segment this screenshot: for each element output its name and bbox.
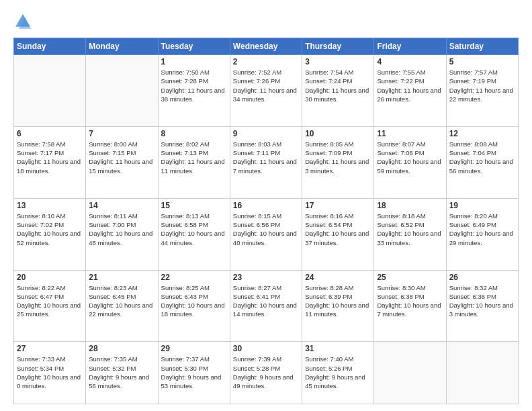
day-number: 11 bbox=[377, 129, 443, 138]
calendar-week-3: 13Sunrise: 8:10 AM Sunset: 7:02 PM Dayli… bbox=[14, 198, 519, 270]
header bbox=[13, 12, 519, 31]
calendar-cell: 12Sunrise: 8:08 AM Sunset: 7:04 PM Dayli… bbox=[446, 126, 518, 198]
day-info: Sunrise: 7:58 AM Sunset: 7:17 PM Dayligh… bbox=[17, 140, 83, 175]
day-number: 30 bbox=[233, 344, 299, 353]
calendar-cell: 15Sunrise: 8:13 AM Sunset: 6:58 PM Dayli… bbox=[158, 198, 230, 270]
day-info: Sunrise: 7:50 AM Sunset: 7:28 PM Dayligh… bbox=[161, 68, 227, 103]
day-number: 7 bbox=[89, 129, 154, 138]
day-number: 24 bbox=[305, 273, 371, 282]
day-number: 1 bbox=[161, 57, 227, 66]
calendar-cell: 25Sunrise: 8:30 AM Sunset: 6:38 PM Dayli… bbox=[374, 270, 446, 342]
calendar-cell: 2Sunrise: 7:52 AM Sunset: 7:26 PM Daylig… bbox=[230, 55, 302, 127]
calendar-cell: 23Sunrise: 8:27 AM Sunset: 6:41 PM Dayli… bbox=[230, 270, 302, 342]
day-header-wednesday: Wednesday bbox=[230, 38, 302, 55]
calendar-cell: 17Sunrise: 8:16 AM Sunset: 6:54 PM Dayli… bbox=[302, 198, 374, 270]
calendar-cell: 9Sunrise: 8:03 AM Sunset: 7:11 PM Daylig… bbox=[230, 126, 302, 198]
day-number: 19 bbox=[449, 201, 515, 210]
day-number: 5 bbox=[449, 57, 515, 66]
day-info: Sunrise: 8:28 AM Sunset: 6:39 PM Dayligh… bbox=[305, 283, 371, 319]
day-number: 22 bbox=[161, 273, 227, 282]
day-info: Sunrise: 8:05 AM Sunset: 7:09 PM Dayligh… bbox=[305, 140, 371, 175]
day-number: 17 bbox=[305, 201, 371, 210]
calendar-cell: 10Sunrise: 8:05 AM Sunset: 7:09 PM Dayli… bbox=[302, 126, 374, 198]
day-header-sunday: Sunday bbox=[14, 38, 86, 55]
day-number: 14 bbox=[89, 201, 154, 210]
day-number: 31 bbox=[305, 344, 371, 353]
calendar-cell: 29Sunrise: 7:37 AM Sunset: 5:30 PM Dayli… bbox=[158, 342, 230, 404]
day-info: Sunrise: 8:11 AM Sunset: 7:00 PM Dayligh… bbox=[89, 212, 154, 247]
day-header-thursday: Thursday bbox=[302, 38, 374, 55]
day-number: 23 bbox=[233, 273, 299, 282]
calendar-header-row: SundayMondayTuesdayWednesdayThursdayFrid… bbox=[14, 38, 519, 55]
logo-icon bbox=[13, 12, 32, 31]
calendar-cell: 20Sunrise: 8:22 AM Sunset: 6:47 PM Dayli… bbox=[14, 270, 86, 342]
calendar-cell bbox=[86, 55, 158, 127]
day-number: 15 bbox=[161, 201, 227, 210]
day-number: 4 bbox=[377, 57, 443, 66]
day-info: Sunrise: 7:57 AM Sunset: 7:19 PM Dayligh… bbox=[449, 68, 515, 103]
day-number: 27 bbox=[17, 344, 83, 353]
day-number: 13 bbox=[17, 201, 83, 210]
calendar-cell: 24Sunrise: 8:28 AM Sunset: 6:39 PM Dayli… bbox=[302, 270, 374, 342]
calendar-cell bbox=[446, 342, 518, 404]
day-info: Sunrise: 8:15 AM Sunset: 6:56 PM Dayligh… bbox=[233, 212, 299, 247]
day-info: Sunrise: 7:35 AM Sunset: 5:32 PM Dayligh… bbox=[89, 355, 154, 390]
day-number: 29 bbox=[161, 344, 227, 353]
calendar-cell: 30Sunrise: 7:39 AM Sunset: 5:28 PM Dayli… bbox=[230, 342, 302, 404]
day-info: Sunrise: 8:16 AM Sunset: 6:54 PM Dayligh… bbox=[305, 212, 371, 247]
page: SundayMondayTuesdayWednesdayThursdayFrid… bbox=[0, 0, 532, 411]
day-header-saturday: Saturday bbox=[446, 38, 518, 55]
day-info: Sunrise: 7:39 AM Sunset: 5:28 PM Dayligh… bbox=[233, 355, 299, 390]
day-header-monday: Monday bbox=[86, 38, 158, 55]
day-number: 21 bbox=[89, 273, 154, 282]
day-header-tuesday: Tuesday bbox=[158, 38, 230, 55]
day-info: Sunrise: 8:07 AM Sunset: 7:06 PM Dayligh… bbox=[377, 140, 443, 175]
logo bbox=[13, 12, 35, 31]
day-info: Sunrise: 7:33 AM Sunset: 5:34 PM Dayligh… bbox=[17, 355, 83, 390]
day-info: Sunrise: 8:18 AM Sunset: 6:52 PM Dayligh… bbox=[377, 212, 443, 247]
calendar-cell: 18Sunrise: 8:18 AM Sunset: 6:52 PM Dayli… bbox=[374, 198, 446, 270]
day-number: 25 bbox=[377, 273, 443, 282]
day-info: Sunrise: 8:30 AM Sunset: 6:38 PM Dayligh… bbox=[377, 283, 443, 319]
calendar-week-1: 1Sunrise: 7:50 AM Sunset: 7:28 PM Daylig… bbox=[14, 55, 519, 127]
calendar-cell: 26Sunrise: 8:32 AM Sunset: 6:36 PM Dayli… bbox=[446, 270, 518, 342]
calendar-cell: 22Sunrise: 8:25 AM Sunset: 6:43 PM Dayli… bbox=[158, 270, 230, 342]
day-number: 12 bbox=[449, 129, 515, 138]
day-number: 26 bbox=[449, 273, 515, 282]
calendar-cell: 8Sunrise: 8:02 AM Sunset: 7:13 PM Daylig… bbox=[158, 126, 230, 198]
day-info: Sunrise: 8:02 AM Sunset: 7:13 PM Dayligh… bbox=[161, 140, 227, 175]
calendar-cell: 28Sunrise: 7:35 AM Sunset: 5:32 PM Dayli… bbox=[86, 342, 158, 404]
calendar-table: SundayMondayTuesdayWednesdayThursdayFrid… bbox=[13, 38, 519, 404]
calendar-cell: 7Sunrise: 8:00 AM Sunset: 7:15 PM Daylig… bbox=[86, 126, 158, 198]
day-info: Sunrise: 8:22 AM Sunset: 6:47 PM Dayligh… bbox=[17, 283, 83, 319]
day-header-friday: Friday bbox=[374, 38, 446, 55]
day-number: 28 bbox=[89, 344, 154, 353]
day-info: Sunrise: 8:03 AM Sunset: 7:11 PM Dayligh… bbox=[233, 140, 299, 175]
day-info: Sunrise: 8:27 AM Sunset: 6:41 PM Dayligh… bbox=[233, 283, 299, 319]
day-info: Sunrise: 8:08 AM Sunset: 7:04 PM Dayligh… bbox=[449, 140, 515, 175]
day-number: 3 bbox=[305, 57, 371, 66]
calendar-cell: 4Sunrise: 7:55 AM Sunset: 7:22 PM Daylig… bbox=[374, 55, 446, 127]
day-info: Sunrise: 8:13 AM Sunset: 6:58 PM Dayligh… bbox=[161, 212, 227, 247]
day-info: Sunrise: 8:25 AM Sunset: 6:43 PM Dayligh… bbox=[161, 283, 227, 319]
calendar-cell: 11Sunrise: 8:07 AM Sunset: 7:06 PM Dayli… bbox=[374, 126, 446, 198]
day-number: 9 bbox=[233, 129, 299, 138]
day-info: Sunrise: 7:55 AM Sunset: 7:22 PM Dayligh… bbox=[377, 68, 443, 103]
calendar-week-5: 27Sunrise: 7:33 AM Sunset: 5:34 PM Dayli… bbox=[14, 342, 519, 404]
calendar-cell: 6Sunrise: 7:58 AM Sunset: 7:17 PM Daylig… bbox=[14, 126, 86, 198]
day-number: 6 bbox=[17, 129, 83, 138]
calendar-cell: 16Sunrise: 8:15 AM Sunset: 6:56 PM Dayli… bbox=[230, 198, 302, 270]
day-number: 8 bbox=[161, 129, 227, 138]
day-info: Sunrise: 7:52 AM Sunset: 7:26 PM Dayligh… bbox=[233, 68, 299, 103]
calendar-cell: 31Sunrise: 7:40 AM Sunset: 5:26 PM Dayli… bbox=[302, 342, 374, 404]
day-info: Sunrise: 8:32 AM Sunset: 6:36 PM Dayligh… bbox=[449, 283, 515, 319]
calendar-cell: 13Sunrise: 8:10 AM Sunset: 7:02 PM Dayli… bbox=[14, 198, 86, 270]
calendar-week-4: 20Sunrise: 8:22 AM Sunset: 6:47 PM Dayli… bbox=[14, 270, 519, 342]
calendar-cell: 3Sunrise: 7:54 AM Sunset: 7:24 PM Daylig… bbox=[302, 55, 374, 127]
calendar-cell bbox=[14, 55, 86, 127]
calendar-cell: 21Sunrise: 8:23 AM Sunset: 6:45 PM Dayli… bbox=[86, 270, 158, 342]
day-info: Sunrise: 8:00 AM Sunset: 7:15 PM Dayligh… bbox=[89, 140, 154, 175]
calendar-body: 1Sunrise: 7:50 AM Sunset: 7:28 PM Daylig… bbox=[14, 55, 519, 404]
day-info: Sunrise: 7:40 AM Sunset: 5:26 PM Dayligh… bbox=[305, 355, 371, 390]
day-number: 18 bbox=[377, 201, 443, 210]
